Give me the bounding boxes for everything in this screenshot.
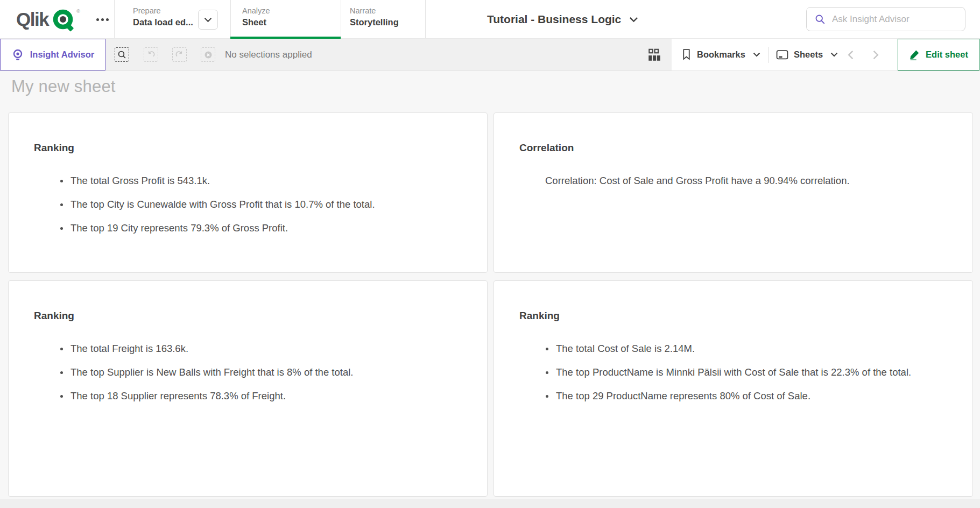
chevron-left-icon[interactable] [848,39,854,70]
more-menu-icon[interactable] [93,0,112,39]
grid-view-icon[interactable] [647,39,662,70]
undo-selection-icon[interactable] [144,47,158,62]
qlik-logo[interactable]: Qlik ® [16,0,80,39]
insight-bullet: The top City is Cunewalde with Gross Pro… [9,193,487,216]
selections-status: No selections applied [225,39,312,70]
tab-analyze[interactable]: Analyze Sheet [230,0,341,39]
sheets-label: Sheets [794,50,823,60]
top-header-bar: Qlik ® Prepare Data load ed... Analyze S… [0,0,980,39]
sheets-icon [776,50,788,60]
insight-bullet-list: The total Cost of Sale is 2.14M. The top… [494,337,972,408]
app-title-menu[interactable]: Tutorial - Business Logic [487,0,638,39]
sheet-title: My new sheet [11,77,116,96]
insight-card-ranking-gross-profit[interactable]: Ranking The total Gross Profit is 543.1k… [8,112,488,273]
insight-card-correlation[interactable]: Correlation Correlation: Cost of Sale an… [493,112,973,273]
sheet-area: My new sheet Ranking The total Gross Pro… [0,71,980,508]
bottom-scroll-track [0,499,980,508]
card-title: Ranking [34,142,487,154]
chevron-down-icon [204,17,212,23]
card-title: Correlation [519,142,972,154]
search-icon [815,14,826,25]
search-input[interactable] [832,14,956,25]
sheets-button[interactable]: Sheets [776,39,838,70]
tab-narrate-item: Storytelling [350,17,399,27]
insight-bullet: The top 18 Supplier represents 78.3% of … [9,384,487,408]
qlik-wordmark: Qlik [16,9,48,30]
insight-bullet: The total Cost of Sale is 2.14M. [494,337,972,361]
insight-bullet: The top 19 City represents 79.3% of Gros… [9,216,487,240]
edit-sheet-button[interactable]: Edit sheet [898,39,979,70]
chevron-right-icon[interactable] [873,39,879,70]
insight-bullet-list: The total Freight is 163.6k. The top Sup… [9,337,487,408]
tab-narrate-section: Narrate [350,6,376,15]
clear-selections-icon[interactable] [201,47,215,62]
insight-advisor-search[interactable] [806,7,965,31]
tab-narrate[interactable]: Narrate Storytelling [341,0,425,39]
tab-prepare[interactable]: Prepare Data load ed... [114,0,230,39]
edit-sheet-label: Edit sheet [926,50,968,60]
registered-mark: ® [76,9,80,14]
card-title: Ranking [519,310,972,322]
insight-text: Correlation: Cost of Sale and Gross Prof… [545,169,972,193]
tab-prepare-item: Data load ed... [133,17,193,27]
insight-advisor-label: Insight Advisor [30,50,94,60]
insight-advisor-icon [11,48,24,61]
bookmarks-button[interactable]: Bookmarks [681,39,760,70]
tab-analyze-section: Analyze [242,6,270,15]
chevron-down-icon [830,52,838,57]
selection-search-icon[interactable] [115,47,129,62]
bookmark-icon [681,48,692,61]
insight-card-ranking-cost-of-sale[interactable]: Ranking The total Cost of Sale is 2.14M.… [493,280,973,497]
bookmarks-label: Bookmarks [697,50,745,60]
toolbar-divider [769,47,769,63]
chevron-down-icon [629,17,638,23]
tab-prepare-section: Prepare [133,6,161,15]
redo-selection-icon[interactable] [172,47,187,62]
header-divider [425,0,426,38]
prepare-dropdown-button[interactable] [198,10,218,30]
chevron-down-icon [753,52,760,57]
insight-advisor-button[interactable]: Insight Advisor [0,39,105,70]
qlik-q-icon [52,7,76,33]
insight-bullet: The top 29 ProductName represents 80% of… [494,384,972,408]
insight-bullet: The top ProductName is Minnki Pälsii wit… [494,361,972,384]
insight-bullet-list: The total Gross Profit is 543.1k. The to… [9,169,487,240]
tab-analyze-item: Sheet [242,17,266,27]
toolbar: Insight Advisor No selections applied [0,39,980,71]
insight-bullet: The total Gross Profit is 543.1k. [9,169,487,193]
insight-card-ranking-freight[interactable]: Ranking The total Freight is 163.6k. The… [8,280,488,497]
insight-bullet: The top Supplier is New Balls with Freig… [9,361,487,384]
card-title: Ranking [34,310,487,322]
insight-bullet: The total Freight is 163.6k. [9,337,487,361]
edit-pencil-icon [909,49,920,60]
app-title: Tutorial - Business Logic [487,13,621,26]
